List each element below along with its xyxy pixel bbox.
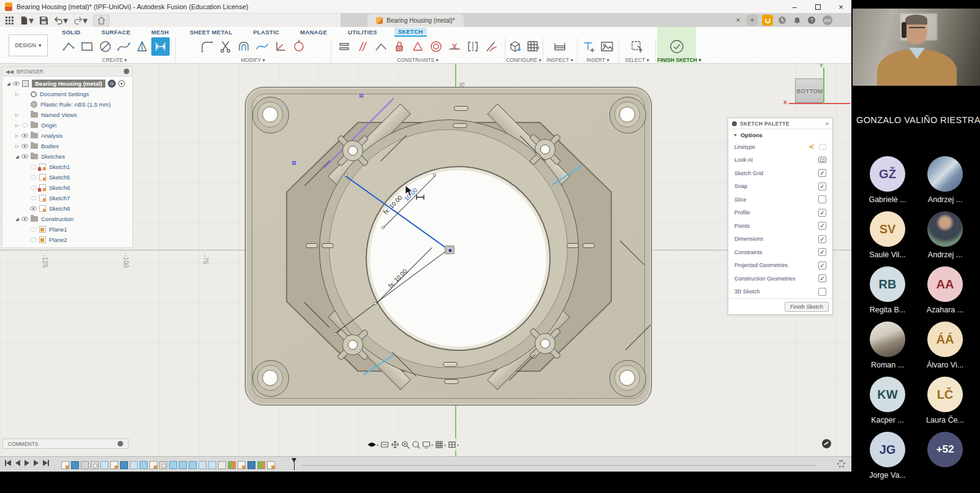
- measure-tool-icon[interactable]: [551, 37, 569, 56]
- redo-icon[interactable]: ▾: [74, 15, 88, 26]
- expand-arrow-icon[interactable]: ◢: [13, 217, 21, 222]
- timeline-feature-box-icon[interactable]: [218, 461, 226, 469]
- new-document-tab-icon[interactable]: +: [747, 15, 758, 26]
- timeline-feature-hole-icon[interactable]: [91, 461, 99, 469]
- select-tool-icon[interactable]: [628, 37, 646, 56]
- tab-manage[interactable]: MANAGE: [296, 28, 331, 36]
- browser-item-analysis[interactable]: ▷Analysis: [2, 130, 132, 141]
- look-at-icon[interactable]: [818, 157, 826, 163]
- sketch-dimension-tool-icon[interactable]: [151, 37, 170, 56]
- timeline-feature-extrude-icon[interactable]: [120, 461, 128, 469]
- tab-sketch[interactable]: SKETCH: [394, 28, 427, 37]
- timeline-go-to-start-button[interactable]: [5, 460, 11, 466]
- timeline-feature-fillet-cyan-icon[interactable]: [169, 461, 177, 469]
- inspect-group-label[interactable]: INSPECT ▾: [544, 57, 576, 63]
- symmetry-constraint-icon[interactable]: [464, 37, 482, 56]
- rectangle-tool-icon[interactable]: [78, 37, 96, 56]
- slice-checkbox[interactable]: [818, 195, 826, 203]
- browser-item-sketch8[interactable]: Sketch8: [2, 203, 132, 214]
- save-icon[interactable]: [39, 16, 48, 25]
- expand-arrow-icon[interactable]: ▷: [13, 144, 21, 149]
- tab-solid[interactable]: SOLID: [58, 28, 85, 36]
- participant-tile[interactable]: SVSaulė Vil...: [859, 211, 916, 266]
- browser-item-sketch6[interactable]: Sketch6: [2, 183, 132, 193]
- sketch-scale-icon[interactable]: [290, 37, 308, 56]
- origin-badge-icon[interactable]: [118, 80, 125, 87]
- close-document-tab-icon[interactable]: ×: [733, 15, 744, 26]
- timeline-feature-pattern-icon[interactable]: [81, 461, 89, 469]
- visibility-eye-icon[interactable]: [21, 144, 28, 148]
- visibility-eye-icon[interactable]: [30, 175, 37, 179]
- design-workspace-dropdown[interactable]: DESIGN▾: [9, 34, 48, 56]
- participant-tile[interactable]: +52: [917, 432, 973, 487]
- curve-tool-icon[interactable]: [253, 37, 271, 56]
- perpendicular-constraint-icon[interactable]: [372, 37, 390, 56]
- create-group-label[interactable]: CREATE ▾: [56, 57, 173, 63]
- insert-image-icon[interactable]: [598, 37, 616, 56]
- browser-item-sketches[interactable]: ◢Sketches: [2, 151, 132, 162]
- design-canvas[interactable]: -125-100-75-50-255025: [0, 64, 851, 456]
- browser-item-sketch5[interactable]: Sketch5: [2, 172, 132, 183]
- participant-tile[interactable]: LČLaura Če...: [917, 377, 973, 432]
- timeline-feature-sketch-icon[interactable]: [61, 461, 69, 469]
- browser-item-plastic-rule-abs-1-5-mm-[interactable]: Plastic Rule: ABS (1,5 mm): [2, 99, 132, 110]
- visibility-eye-icon[interactable]: [30, 238, 37, 242]
- look-at-icon[interactable]: [380, 440, 389, 449]
- file-menu-icon[interactable]: ▾: [20, 15, 34, 26]
- projected-geometries-checkbox[interactable]: ✓: [818, 262, 826, 269]
- minimize-button[interactable]: –: [788, 1, 801, 12]
- fillet-tool-icon[interactable]: [198, 37, 216, 56]
- participant-tile[interactable]: AAAzahara ...: [917, 266, 973, 322]
- profile-checkbox[interactable]: ✓: [818, 209, 826, 217]
- spline-tool-icon[interactable]: [115, 37, 133, 56]
- app-grid-icon[interactable]: [5, 16, 14, 25]
- timeline-feature-hole-icon[interactable]: [159, 461, 167, 469]
- sketch-grid-checkbox[interactable]: ✓: [818, 169, 826, 177]
- participant-tile[interactable]: GŽGabrielė ...: [859, 156, 916, 211]
- panel-overflow-icon[interactable]: [124, 69, 129, 74]
- equal-constraint-icon[interactable]: [335, 37, 353, 56]
- timeline-feature-extrude-icon[interactable]: [71, 461, 79, 469]
- timeline-feature-fillet-icon[interactable]: [208, 461, 216, 469]
- project-tool-icon[interactable]: [271, 37, 290, 56]
- timeline-position-marker[interactable]: [292, 458, 297, 470]
- timeline-feature-thread-icon[interactable]: [247, 461, 255, 469]
- tab-mesh[interactable]: MESH: [148, 28, 173, 36]
- linetype-spline-icon[interactable]: ≺: [809, 143, 814, 151]
- close-button[interactable]: ×: [834, 1, 848, 12]
- share-screenshot-icon[interactable]: [822, 439, 831, 448]
- line-tool-icon[interactable]: [59, 37, 78, 56]
- visibility-eye-icon[interactable]: [30, 186, 37, 190]
- visibility-eye-icon[interactable]: [13, 81, 20, 86]
- browser-item-plane2[interactable]: Plane2: [2, 235, 132, 245]
- ground-badge-icon[interactable]: G: [108, 80, 116, 88]
- timeline-feature-sketch-icon[interactable]: [149, 461, 157, 469]
- points-checkbox[interactable]: ✓: [818, 222, 826, 230]
- timeline-feature-fillet-cyan-icon[interactable]: [189, 461, 197, 469]
- curvature-constraint-icon[interactable]: [482, 37, 500, 56]
- viewports-icon[interactable]: ▾: [448, 440, 459, 449]
- notifications-bell-icon[interactable]: [791, 15, 802, 26]
- visibility-eye-icon[interactable]: [30, 206, 37, 211]
- tab-plastic[interactable]: PLASTIC: [249, 28, 283, 36]
- timeline-feature-sketch-icon[interactable]: [110, 461, 118, 469]
- participant-tile[interactable]: Andrzej ...: [917, 211, 973, 266]
- document-tab[interactable]: Bearing Housing (metal)*: [368, 14, 464, 27]
- popout-icon[interactable]: »: [825, 120, 829, 127]
- 3d-sketch-checkbox[interactable]: [818, 288, 826, 296]
- browser-item-plane1[interactable]: Plane1: [2, 224, 132, 235]
- expand-arrow-icon[interactable]: ◢: [13, 154, 21, 159]
- fix-lock-constraint-icon[interactable]: [390, 37, 409, 56]
- browser-item-named-views[interactable]: ▷Named Views: [2, 110, 132, 120]
- configuration-table-icon[interactable]: [524, 37, 541, 56]
- constraints-group-label[interactable]: CONSTRAINTS ▾: [333, 57, 503, 63]
- comments-bar[interactable]: COMMENTS: [2, 438, 129, 449]
- fit-icon[interactable]: [412, 440, 420, 449]
- modify-group-label[interactable]: MODIFY ▾: [178, 57, 328, 63]
- browser-item-construction[interactable]: ◢Construction: [2, 214, 132, 224]
- collapse-panel-icon[interactable]: ◀◀: [6, 69, 13, 75]
- timeline-feature-appearance-icon[interactable]: [228, 461, 236, 469]
- origin-point[interactable]: [445, 246, 454, 254]
- polygon-constraint-icon[interactable]: [409, 37, 427, 56]
- speaker-video[interactable]: [853, 9, 980, 86]
